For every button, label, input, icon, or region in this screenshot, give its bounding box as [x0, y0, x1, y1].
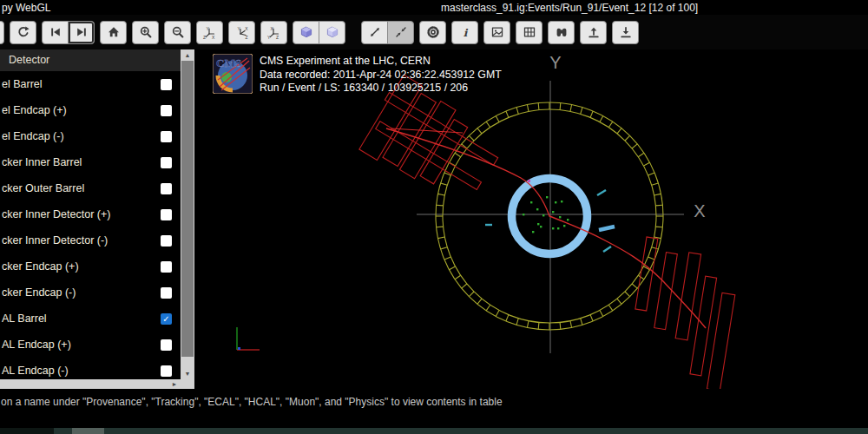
zoom-in-button[interactable] — [132, 21, 159, 44]
sidebar-item-tracker-inner-detector-minus[interactable]: cker Inner Detector (-) — [0, 227, 181, 253]
axis-triad-icon: Y X Z — [202, 25, 217, 40]
axis-triad-icon: Y X Z — [234, 25, 249, 40]
detector-sidebar: Detector el Barrel el Endcap (+) el Endc… — [0, 49, 194, 389]
item-label: el Endcap (+) — [2, 104, 67, 116]
sidebar-item-pixel-endcap-minus[interactable]: el Endcap (-) — [0, 123, 181, 149]
image-icon — [490, 25, 504, 39]
scroll-down-icon[interactable]: ▼ — [181, 368, 194, 379]
checkbox[interactable] — [161, 131, 172, 142]
scrollbar-thumb[interactable] — [181, 61, 194, 357]
axis-triad-icon: X Z Y — [266, 25, 281, 40]
solid-cube-view-button[interactable] — [293, 21, 319, 44]
item-label: AL Endcap (+) — [2, 339, 71, 351]
home-button[interactable] — [100, 21, 127, 44]
sidebar-item-ecal-endcap-plus[interactable]: AL Endcap (+) — [0, 332, 181, 358]
item-label: el Barrel — [2, 78, 43, 90]
screenshot-button[interactable] — [483, 21, 510, 44]
item-label: cker Inner Barrel — [2, 156, 82, 168]
sidebar-vertical-scrollbar[interactable]: ▲ ▼ — [181, 49, 194, 379]
scale-group — [361, 21, 414, 44]
checkbox[interactable] — [161, 365, 172, 377]
item-label: cker Inner Detector (-) — [2, 234, 108, 247]
check-icon — [161, 79, 172, 90]
sidebar-item-pixel-barrel[interactable]: el Barrel — [0, 71, 181, 97]
expand-button[interactable] — [361, 21, 388, 44]
checkbox[interactable] — [161, 209, 172, 220]
checkbox[interactable]: ✓ — [161, 313, 172, 325]
checkbox[interactable] — [161, 183, 172, 194]
download-button[interactable] — [612, 21, 639, 44]
home-icon — [107, 25, 121, 39]
cube-icon — [326, 25, 339, 39]
check-icon — [161, 131, 172, 142]
download-icon — [619, 25, 633, 39]
app-title: py WebGL — [2, 2, 50, 14]
event-nav-group — [42, 21, 95, 44]
cms-logo-text: CMS — [216, 56, 241, 69]
sidebar-item-tracker-outer-barrel[interactable]: cker Outer Barrel — [0, 175, 181, 201]
zoom-out-icon — [171, 25, 185, 39]
svg-text:i: i — [463, 27, 468, 39]
data-recorded: Data recorded: 2011-Apr-24 02:36:22.4539… — [260, 69, 502, 82]
check-icon — [161, 261, 172, 273]
info-button[interactable]: i — [451, 21, 478, 44]
gear-icon — [426, 25, 440, 39]
settings-button[interactable] — [419, 21, 446, 44]
sidebar-item-pixel-endcap-plus[interactable]: el Endcap (+) — [0, 97, 181, 123]
toolbar: Y X Z Y X Z X Z Y — [0, 15, 868, 49]
check-icon: ✓ — [161, 313, 172, 325]
checkbox[interactable] — [161, 261, 172, 273]
sidebar-item-ecal-barrel[interactable]: AL Barrel ✓ — [0, 306, 181, 332]
scroll-right-icon[interactable]: ► — [168, 379, 181, 389]
previous-event-button[interactable] — [42, 21, 69, 44]
upload-button[interactable] — [580, 21, 607, 44]
cms-logo: CMS — [213, 54, 253, 94]
svg-text:X: X — [212, 34, 215, 39]
x-axis-label: X — [694, 201, 705, 220]
axis-view-3-button[interactable]: X Z Y — [260, 21, 287, 44]
sidebar-item-ecal-endcap-minus[interactable]: AL Endcap (-) — [0, 358, 181, 379]
event-info-text: CMS Experiment at the LHC, CERN Data rec… — [260, 54, 502, 95]
item-label: AL Endcap (-) — [2, 365, 69, 377]
checkbox[interactable] — [161, 339, 172, 351]
sidebar-item-tracker-endcap-plus[interactable]: cker Endcap (+) — [0, 253, 181, 279]
bottom-strip-dark-segment — [0, 428, 54, 434]
event-info-overlay: CMS CMS Experiment at the LHC, CERN Data… — [213, 54, 502, 95]
event-display-canvas[interactable]: Y X — [195, 49, 868, 389]
svg-text:Z: Z — [246, 34, 248, 39]
checkbox[interactable] — [161, 105, 172, 116]
detector-list: el Barrel el Endcap (+) el Endcap (-) ck… — [0, 71, 181, 379]
checkbox[interactable] — [161, 235, 172, 247]
info-icon: i — [458, 25, 472, 39]
collapse-button[interactable] — [387, 21, 414, 44]
axis-view-1-button[interactable]: Y X Z — [196, 21, 223, 44]
sidebar-header: Detector — [0, 49, 181, 71]
status-message: on a name under "Provenance", "Tracking"… — [1, 396, 503, 408]
refresh-icon — [16, 25, 30, 39]
sidebar-horizontal-scrollbar[interactable]: ► — [0, 379, 194, 389]
check-icon — [161, 209, 172, 220]
next-event-button[interactable] — [68, 21, 95, 44]
truncated-button[interactable] — [0, 21, 4, 44]
sidebar-item-tracker-endcap-minus[interactable]: cker Endcap (-) — [0, 279, 181, 306]
check-icon — [161, 235, 172, 247]
checkbox[interactable] — [161, 157, 172, 168]
search-button[interactable] — [548, 21, 575, 44]
skip-forward-icon — [75, 25, 89, 39]
refresh-button[interactable] — [10, 21, 36, 44]
sidebar-item-tracker-inner-detector-plus[interactable]: cker Inner Detector (+) — [0, 201, 181, 227]
axis-view-2-button[interactable]: Y X Z — [228, 21, 255, 44]
table-view-button[interactable] — [516, 21, 542, 44]
scroll-up-icon[interactable]: ▲ — [181, 49, 194, 61]
svg-text:Z: Z — [203, 34, 206, 39]
cube-icon — [299, 25, 313, 39]
zoom-out-button[interactable] — [164, 21, 191, 44]
checkbox[interactable] — [161, 287, 172, 299]
expand-arrows-icon — [368, 25, 382, 39]
orientation-triad — [237, 327, 260, 350]
sidebar-item-tracker-inner-barrel[interactable]: cker Inner Barrel — [0, 149, 181, 175]
checkbox[interactable] — [161, 79, 172, 90]
cube-view-group — [293, 21, 345, 44]
binoculars-icon — [555, 25, 569, 39]
shaded-cube-view-button[interactable] — [319, 21, 345, 44]
